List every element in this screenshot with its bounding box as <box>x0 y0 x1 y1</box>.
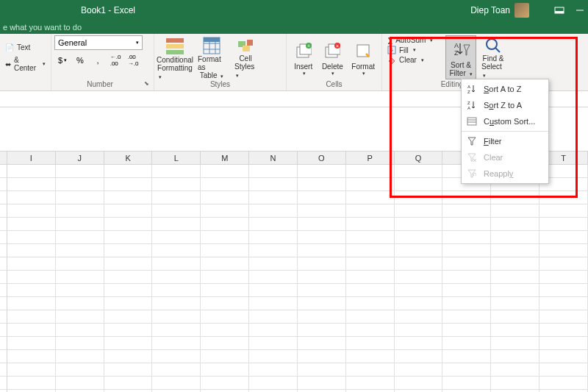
cell[interactable] <box>0 191 7 204</box>
cell[interactable] <box>395 337 443 350</box>
cell[interactable] <box>298 257 346 271</box>
cell[interactable] <box>56 310 104 324</box>
cell[interactable] <box>152 350 201 363</box>
cell[interactable] <box>56 324 104 337</box>
cell[interactable] <box>346 284 395 297</box>
cell[interactable] <box>56 165 104 178</box>
cell[interactable] <box>56 257 104 271</box>
cell[interactable] <box>346 178 395 191</box>
cell[interactable] <box>152 284 201 297</box>
cell[interactable] <box>491 284 539 297</box>
comma-button[interactable]: , <box>90 53 106 68</box>
cell[interactable] <box>442 297 491 310</box>
cell[interactable] <box>395 284 443 297</box>
cell[interactable] <box>249 231 298 244</box>
cell[interactable] <box>249 271 298 284</box>
cell[interactable] <box>0 377 7 390</box>
number-format-dropdown[interactable]: General ▾ <box>54 35 143 50</box>
cell[interactable] <box>395 257 443 271</box>
cell[interactable] <box>201 310 249 324</box>
cell[interactable] <box>56 178 104 191</box>
cell[interactable] <box>346 204 395 218</box>
cell[interactable] <box>249 284 298 297</box>
cell[interactable] <box>249 350 298 363</box>
cell[interactable] <box>0 297 7 310</box>
cell[interactable] <box>249 178 298 191</box>
cell[interactable] <box>56 337 104 350</box>
cell[interactable] <box>395 310 443 324</box>
cell[interactable] <box>201 204 249 218</box>
cell[interactable] <box>491 363 539 377</box>
format-as-table-button[interactable]: Format as Table ▾ <box>194 35 229 79</box>
cell[interactable] <box>0 204 7 218</box>
cell[interactable] <box>56 350 104 363</box>
cell[interactable] <box>298 350 346 363</box>
format-button[interactable]: Format ▾ <box>348 35 379 79</box>
cell[interactable] <box>152 337 201 350</box>
cell[interactable] <box>7 337 56 350</box>
find-select-button[interactable]: Find & Select ▾ <box>478 35 509 79</box>
cell[interactable] <box>7 231 56 244</box>
cell[interactable] <box>152 363 201 377</box>
cell[interactable] <box>201 178 249 191</box>
cell[interactable] <box>298 310 346 324</box>
cell[interactable] <box>442 284 491 297</box>
cell[interactable] <box>395 231 443 244</box>
cell[interactable] <box>152 271 201 284</box>
cell[interactable] <box>442 191 491 204</box>
cell[interactable] <box>346 271 395 284</box>
cell[interactable] <box>491 204 539 218</box>
cell[interactable] <box>442 271 491 284</box>
select-all-corner[interactable] <box>0 152 7 164</box>
cell[interactable] <box>104 178 153 191</box>
cell[interactable] <box>491 218 539 231</box>
cell[interactable] <box>7 350 56 363</box>
cell[interactable] <box>7 284 56 297</box>
cell[interactable] <box>249 324 298 337</box>
cell[interactable] <box>395 324 443 337</box>
cell[interactable] <box>346 350 395 363</box>
cell[interactable] <box>201 257 249 271</box>
cell[interactable] <box>201 297 249 310</box>
cell[interactable] <box>152 204 201 218</box>
user-area[interactable]: Diep Toan <box>470 3 529 18</box>
cell[interactable] <box>298 271 346 284</box>
cell[interactable] <box>56 377 104 390</box>
cell[interactable] <box>0 231 7 244</box>
custom-sort-item[interactable]: Custom Sort... <box>462 113 548 129</box>
cell[interactable] <box>249 377 298 390</box>
cell[interactable] <box>539 271 588 284</box>
cell[interactable] <box>491 271 539 284</box>
cell[interactable] <box>346 231 395 244</box>
cell[interactable] <box>7 204 56 218</box>
cell[interactable] <box>395 363 443 377</box>
cell[interactable] <box>539 310 588 324</box>
col-header[interactable]: M <box>201 152 249 164</box>
cell[interactable] <box>0 165 7 178</box>
sort-filter-button[interactable]: AZ Sort & Filter ▾ <box>445 35 476 79</box>
filter-item[interactable]: Filter <box>462 133 548 149</box>
cell[interactable] <box>0 324 7 337</box>
cell[interactable] <box>298 337 346 350</box>
cell[interactable] <box>201 218 249 231</box>
cell[interactable] <box>104 204 153 218</box>
cell[interactable] <box>442 218 491 231</box>
cell[interactable] <box>298 191 346 204</box>
cell[interactable] <box>152 165 201 178</box>
cell[interactable] <box>201 244 249 257</box>
cell[interactable] <box>56 363 104 377</box>
minimize-icon[interactable] <box>575 5 585 15</box>
cell[interactable] <box>298 324 346 337</box>
cell[interactable] <box>395 191 443 204</box>
cell[interactable] <box>201 324 249 337</box>
fill-button[interactable]: Fill ▾ <box>385 45 444 55</box>
cell[interactable] <box>104 231 153 244</box>
cell[interactable] <box>442 257 491 271</box>
cell[interactable] <box>104 363 153 377</box>
cell[interactable] <box>152 257 201 271</box>
cell[interactable] <box>298 165 346 178</box>
cell[interactable] <box>104 271 153 284</box>
cell[interactable] <box>152 377 201 390</box>
cell[interactable] <box>298 204 346 218</box>
cell[interactable] <box>346 337 395 350</box>
